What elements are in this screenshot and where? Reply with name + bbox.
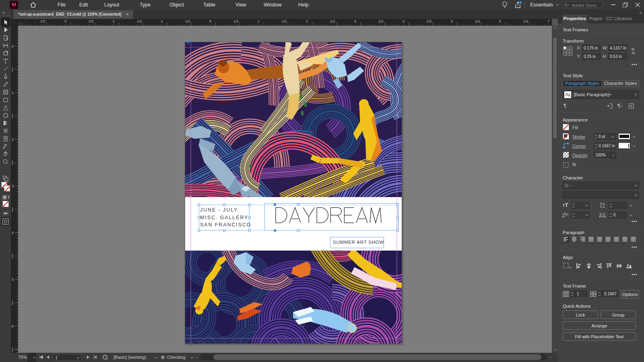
svg-text:A: A — [566, 212, 568, 216]
svg-text:A: A — [603, 212, 605, 216]
svg-text:V: V — [599, 212, 602, 216]
svg-text:A: A — [603, 205, 605, 208]
svg-text:T: T — [7, 195, 10, 200]
svg-text:V: V — [562, 212, 565, 216]
